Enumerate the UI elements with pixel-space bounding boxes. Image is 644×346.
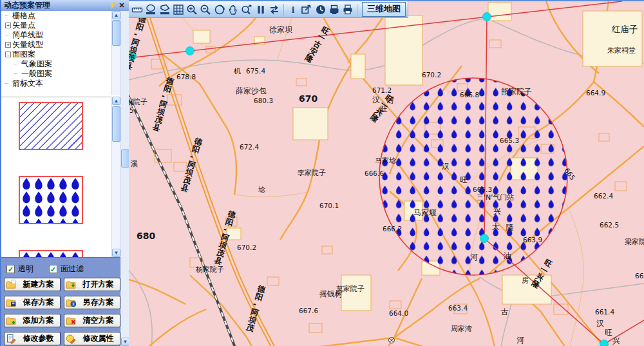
pan-hand-icon[interactable]	[227, 2, 240, 17]
tree-scrollbar[interactable]: ▲	[111, 11, 121, 95]
map-label: 665.3	[500, 137, 519, 144]
checkbox-icon[interactable]: ✓	[49, 265, 57, 273]
map-label: 熊家院子	[501, 87, 532, 96]
edit-props-button[interactable]: 修改属性	[64, 332, 120, 345]
zoom-in-icon[interactable]	[185, 2, 198, 17]
toolbar-separator	[283, 4, 284, 15]
folder-new-button[interactable]: 新建方案	[4, 278, 61, 291]
map-label: 古	[501, 307, 509, 316]
map-label: 房	[522, 276, 529, 285]
map-label: 666.2	[383, 225, 402, 233]
map-label: 三'N'气门站	[477, 193, 514, 202]
tree-item-4[interactable]: +矢量线型	[1, 40, 111, 50]
expand-icon[interactable]: +	[5, 23, 11, 28]
info-icon[interactable]: i	[287, 2, 299, 17]
pattern-scrollbar[interactable]: ▲▼	[111, 97, 121, 257]
map-label: 油	[504, 251, 511, 260]
map-label: 662.5	[600, 221, 619, 229]
zoom-out-icon[interactable]	[199, 2, 212, 17]
zoom-window-icon[interactable]	[240, 2, 253, 17]
checkbox-面过滤[interactable]: ✓面过滤	[49, 264, 84, 274]
scroll-up-button[interactable]: ▲	[112, 97, 120, 105]
map-label: 大	[492, 222, 500, 231]
map-label: 663.4	[448, 304, 468, 312]
edit-params-button[interactable]: 修改参数	[4, 332, 61, 345]
svg-text:i: i	[292, 5, 294, 15]
measure-distance-icon[interactable]	[131, 2, 144, 17]
map-canvas[interactable]: 徐家坝红庙子朱家祠堂熊家院子678.8机675.4薛家沙包680.3670670…	[129, 1, 644, 346]
tree-item-5[interactable]: -面图案	[1, 50, 111, 59]
print-icon[interactable]	[341, 2, 354, 17]
collapse-icon[interactable]: -	[5, 52, 11, 57]
map-label: 旺	[460, 175, 468, 184]
pattern-swatch-blue-drops[interactable]	[19, 176, 83, 224]
measure-polygon-icon[interactable]	[158, 2, 171, 17]
toolbar-separator	[357, 4, 357, 15]
tree-item-7[interactable]: ┄一般图案	[1, 69, 111, 79]
map-label: 汉	[596, 319, 604, 328]
button-label: 添加方案	[18, 315, 59, 326]
measure-circle-icon[interactable]	[144, 2, 157, 17]
folder-info-button[interactable]: i另存方案	[64, 296, 120, 309]
folder-clear-button[interactable]: 清空方案	[64, 314, 120, 327]
tree-item-3[interactable]: ┄简单线型	[1, 30, 111, 40]
scroll-thumb[interactable]	[112, 106, 120, 142]
tree-line: ┄	[5, 32, 12, 39]
map-label: 红庙子	[611, 24, 638, 34]
vertex-handle[interactable]	[483, 13, 491, 21]
tree-item-6[interactable]: ┄气象图案	[1, 59, 111, 69]
map-3d-button[interactable]: 三维地图	[362, 2, 406, 17]
scroll-thumb[interactable]	[112, 20, 120, 46]
expand-icon[interactable]: +	[5, 42, 11, 48]
tree-item-1[interactable]: ┄栅格点	[1, 11, 111, 21]
tree-item-label: 箭标文本	[12, 78, 43, 89]
checkbox-透明[interactable]: ✓透明	[6, 264, 33, 274]
folder-open-button[interactable]: 打开方案	[64, 278, 120, 291]
map-label: 朱家祠堂	[607, 46, 636, 55]
map-label: 杨家院子	[195, 265, 224, 274]
edit-props-icon	[66, 334, 76, 344]
filter-options: ✓透明✓面过滤	[1, 258, 120, 278]
pin-icon[interactable]: ⚡	[108, 1, 117, 10]
tree-item-2[interactable]: +矢量点	[1, 21, 111, 30]
button-label: 修改参数	[18, 333, 59, 344]
map-label: 664.9	[586, 89, 605, 97]
print-dark-icon[interactable]	[328, 2, 341, 17]
scroll-up-button[interactable]: ▲	[112, 11, 120, 19]
vertex-handle[interactable]	[480, 235, 489, 243]
folder-add-button[interactable]: 添加方案	[4, 314, 61, 327]
folder-clear-icon	[66, 316, 76, 326]
button-label: 保存方案	[18, 297, 59, 308]
plan-controls: ✓透明✓面过滤 新建方案打开方案保存方案i另存方案添加方案清空方案修改参数修改属…	[1, 257, 120, 346]
plan-area-circle[interactable]	[379, 78, 567, 275]
tree-line: ┄	[14, 71, 21, 77]
map-label: 周家湾	[451, 325, 472, 333]
map-label: 溪	[131, 160, 138, 168]
plan-manager-panel: 动态预案管理 ⚡ ✕ ┄栅格点+矢量点┄简单线型+矢量线型-面图案┄气象图案┄一…	[0, 0, 129, 346]
pause-icon[interactable]	[254, 2, 267, 17]
map-label: 661.4	[595, 308, 614, 316]
map-viewport[interactable]: 徐家坝红庙子朱家祠堂熊家院子678.8机675.4薛家沙包680.3670670…	[129, 0, 644, 346]
scroll-down-button[interactable]: ▼	[112, 249, 120, 257]
button-label: 清空方案	[78, 315, 118, 326]
clock-icon[interactable]	[314, 2, 327, 17]
button-label: 另存方案	[78, 297, 118, 308]
export-icon[interactable]	[300, 2, 313, 17]
tree-item-8[interactable]: ┄箭标文本	[1, 79, 111, 88]
checkbox-label: 透明	[18, 264, 33, 274]
vertex-handle[interactable]	[600, 340, 609, 346]
folder-save-button[interactable]: 保存方案	[4, 296, 61, 309]
swap-icon[interactable]	[268, 2, 281, 17]
map-label: 666.6	[365, 169, 384, 177]
vertex-handle[interactable]	[186, 47, 194, 55]
checkbox-icon[interactable]: ✓	[6, 265, 15, 273]
map-label: 莫家院子	[336, 285, 365, 293]
panel-title: 动态预案管理	[4, 0, 50, 11]
close-icon[interactable]: ✕	[117, 1, 126, 10]
map-label: 663.9	[523, 236, 542, 244]
map-label: 680.3	[254, 97, 273, 104]
grid-icon[interactable]	[172, 2, 185, 17]
reset-view-icon[interactable]	[213, 2, 226, 17]
pattern-swatch-diagonal-hatch[interactable]	[19, 102, 83, 150]
folder-save-icon	[6, 298, 16, 308]
